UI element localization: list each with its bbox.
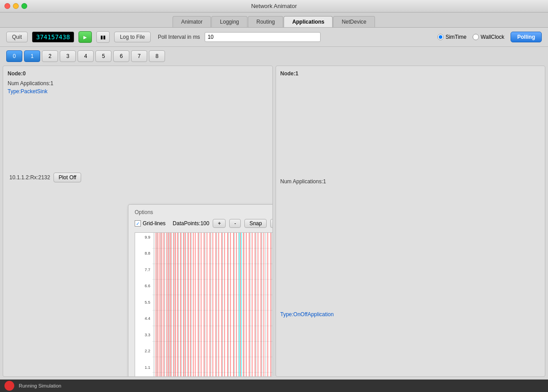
svg-rect-1 — [152, 233, 273, 377]
poll-interval-input[interactable] — [205, 32, 321, 42]
simtime-label: SimTime — [445, 34, 466, 40]
wallclock-radio[interactable]: WallClock — [473, 34, 504, 40]
y-label-6: 6.6 — [135, 284, 150, 288]
left-node-title: Node:0 — [8, 70, 268, 77]
plot-row: 10.1.1.2:Rx:2132 Plot Off — [9, 173, 81, 182]
tab-logging[interactable]: Logging — [211, 16, 247, 27]
chart-area: 9.9 8.8 7.7 6.6 5.5 4.4 3.3 2.2 1.1 0 Rx — [135, 232, 273, 377]
right-node-panel: Node:1 Num Applications:1 Type:OnOffAppl… — [276, 66, 546, 377]
right-panel-spacer — [280, 80, 541, 178]
plus-button[interactable]: + — [213, 219, 226, 228]
y-label-5: 5.5 — [135, 300, 150, 305]
options-title: Options — [135, 209, 273, 215]
time-mode-group: SimTime WallClock Polling — [437, 32, 542, 42]
gridlines-label: Grid-lines — [143, 220, 165, 227]
polling-button[interactable]: Polling — [511, 32, 542, 42]
node-tab-6[interactable]: 6 — [113, 50, 129, 62]
status-text: Running Simulation — [19, 383, 61, 388]
y-label-8: 8.8 — [135, 251, 150, 256]
y-label-1: 1.1 — [135, 365, 150, 370]
pause-button[interactable]: ▮▮ — [96, 31, 110, 43]
y-label-3: 3.3 — [135, 333, 150, 337]
log-to-file-button[interactable]: Log to File — [114, 32, 151, 42]
y-label-2: 2.2 — [135, 349, 150, 353]
poll-interval-label: Poll Interval in ms — [158, 34, 200, 40]
options-row: Grid-lines DataPoints:100 + - Snap Show … — [135, 219, 273, 228]
simtime-radio[interactable]: SimTime — [437, 34, 466, 40]
gridlines-checkbox-item[interactable]: Grid-lines — [135, 220, 165, 227]
wallclock-radio-indicator — [473, 34, 479, 40]
left-node-panel: Node:0 Num Applications:1 Type:PacketSin… — [3, 66, 273, 377]
timer-display: 374157438 — [32, 32, 74, 42]
node-tab-5[interactable]: 5 — [95, 50, 111, 62]
right-num-applications: Num Applications:1 — [280, 178, 541, 185]
stop-button[interactable] — [4, 381, 14, 391]
maximize-button[interactable] — [21, 3, 27, 9]
wallclock-label: WallClock — [481, 34, 504, 40]
show-all-button[interactable]: Show All — [270, 219, 272, 228]
node-tab-3[interactable]: 3 — [60, 50, 76, 62]
play-button[interactable]: ▶ — [78, 31, 92, 43]
snap-button[interactable]: Snap — [244, 219, 267, 228]
left-num-applications: Num Applications:1 — [8, 80, 268, 87]
node-tab-0[interactable]: 0 — [6, 50, 22, 62]
tabbar: Animator Logging Routing Applications Ne… — [0, 12, 548, 28]
plot-off-button[interactable]: Plot Off — [54, 173, 81, 182]
simtime-radio-indicator — [437, 34, 444, 40]
y-label-9: 9.9 — [135, 235, 150, 239]
node-tab-8[interactable]: 8 — [149, 50, 165, 62]
y-label-4: 4.4 — [135, 316, 150, 321]
rx-axis-label: Rx — [135, 320, 135, 325]
app-container: Animator Logging Routing Applications Ne… — [0, 12, 548, 392]
ip-label: 10.1.1.2:Rx:2132 — [9, 174, 50, 181]
node-tab-2[interactable]: 2 — [42, 50, 58, 62]
right-app-type[interactable]: Type:OnOffApplication — [280, 311, 541, 318]
node-tab-7[interactable]: 7 — [131, 50, 147, 62]
node-tab-4[interactable]: 4 — [78, 50, 94, 62]
close-button[interactable] — [4, 3, 10, 9]
content-area: Node:0 Num Applications:1 Type:PacketSin… — [0, 66, 548, 380]
toolbar: Quit 374157438 ▶ ▮▮ Log to File Poll Int… — [0, 28, 548, 47]
minus-button[interactable]: - — [229, 219, 241, 228]
node-tab-1[interactable]: 1 — [24, 50, 40, 62]
y-label-7: 7.7 — [135, 268, 150, 272]
minimize-button[interactable] — [13, 3, 19, 9]
gridlines-checkbox[interactable] — [135, 220, 141, 227]
node-tabs: 0 1 2 3 4 5 6 7 8 — [0, 47, 548, 66]
options-panel: Options Grid-lines DataPoints:100 + - Sn… — [128, 204, 273, 377]
titlebar: Network Animator — [0, 0, 548, 12]
tab-routing[interactable]: Routing — [248, 16, 283, 27]
datapoints-label: DataPoints:100 — [173, 220, 209, 227]
right-panel-spacer2 — [280, 186, 541, 311]
window-title: Network Animator — [251, 3, 297, 9]
right-node-title: Node:1 — [280, 70, 541, 77]
left-app-type[interactable]: Type:PacketSink — [8, 88, 268, 95]
statusbar: Running Simulation — [0, 380, 548, 392]
y-axis: 9.9 8.8 7.7 6.6 5.5 4.4 3.3 2.2 1.1 0 — [135, 233, 152, 377]
quit-button[interactable]: Quit — [6, 32, 28, 42]
titlebar-buttons — [4, 3, 27, 9]
tab-animator[interactable]: Animator — [173, 16, 211, 27]
tab-netdevice[interactable]: NetDevice — [333, 16, 375, 27]
tab-applications[interactable]: Applications — [284, 16, 333, 27]
chart-svg — [152, 233, 273, 377]
